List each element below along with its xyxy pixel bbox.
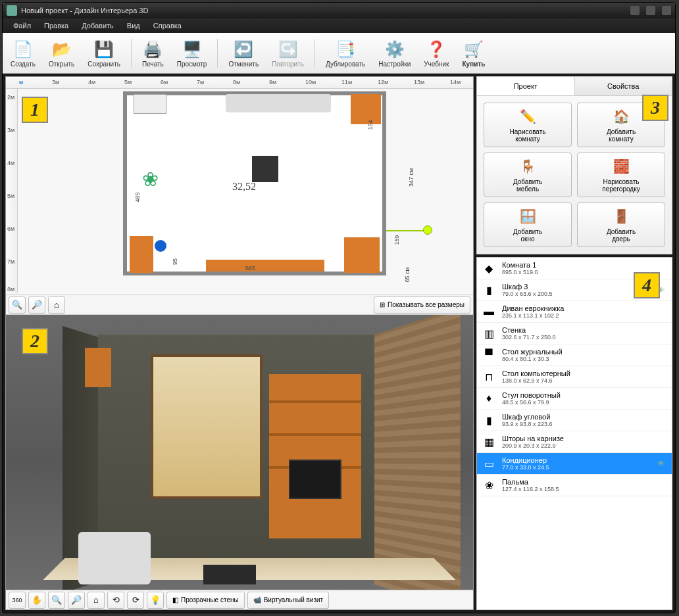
tab-properties[interactable]: Свойства	[575, 77, 672, 95]
window-icon: 🪟	[518, 207, 537, 225]
menu-view[interactable]: Вид	[120, 20, 147, 32]
object-dimensions: 127.4 x 116.2 x 158.5	[502, 486, 657, 492]
add-window-button[interactable]: 🪟Добавить окно	[484, 202, 572, 247]
undo-button[interactable]: ↩️Отменить	[223, 37, 264, 69]
room-outline[interactable]: 582 32,52 ❀ 489 665 95 1	[123, 91, 386, 275]
rotate-360-button[interactable]: 360	[9, 592, 26, 609]
settings-button[interactable]: ⚙️Настройки	[373, 37, 416, 69]
save-button[interactable]: 💾Сохранить	[82, 37, 126, 69]
light-button[interactable]: 💡	[147, 592, 164, 609]
list-item[interactable]: ▬Диван еврокнижка235.1 x 113.1 x 102.2	[477, 301, 672, 323]
redo-button[interactable]: ↪️Повторить	[266, 37, 309, 69]
dimension-bl: 95	[172, 258, 178, 265]
zoom-in-button[interactable]: 🔎	[28, 296, 45, 314]
list-item[interactable]: ♦Стул поворотный48.5 x 56.6 x 79.9	[477, 388, 672, 410]
object-dimensions: 200.9 x 20.3 x 222.9	[502, 442, 657, 449]
furniture-desk[interactable]	[130, 236, 153, 273]
object-icon: ◆	[481, 260, 497, 276]
object-icon: ❀	[481, 477, 497, 493]
printer-icon: 🖨️	[142, 39, 163, 60]
tab-project[interactable]: Проект	[477, 77, 575, 95]
open-button[interactable]: 📂Открыть	[43, 37, 80, 69]
duplicate-icon: 📑	[335, 39, 356, 60]
show-dimensions-button[interactable]: ⊞Показывать все размеры	[374, 296, 470, 314]
close-button[interactable]	[662, 6, 671, 15]
maximize-button[interactable]	[646, 6, 655, 15]
draw-room-button[interactable]: ✏️Нарисовать комнату	[484, 103, 572, 147]
menu-help[interactable]: Справка	[147, 20, 188, 32]
help-button[interactable]: ❓Учебник	[418, 37, 454, 69]
furniture-table[interactable]	[252, 156, 278, 182]
callout-1: 1	[22, 97, 48, 123]
object-name: Шторы на карнизе	[502, 435, 657, 442]
room-icon: 🏠	[612, 107, 630, 126]
ruler-icon: ⊞	[380, 301, 385, 308]
object-icon: ▀	[481, 347, 497, 363]
object-name: Кондиционер	[502, 456, 657, 464]
object-dimensions: 80.4 x 80.1 x 30.3	[502, 356, 657, 362]
virtual-tour-button[interactable]: 📹Виртуальный визит	[247, 592, 330, 609]
preview-button[interactable]: 🖥️Просмотр	[172, 37, 213, 69]
canvas-2d[interactable]: 582 32,52 ❀ 489 665 95 1	[18, 89, 473, 293]
home-3d-button[interactable]: ⌂	[88, 592, 105, 609]
draw-wall-button[interactable]: 🧱Нарисовать перегородку	[577, 153, 665, 197]
shelf-3d	[269, 374, 361, 538]
object-name: Стол журнальный	[502, 348, 657, 356]
furniture-wardrobe[interactable]	[351, 94, 381, 124]
print-button[interactable]: 🖨️Печать	[137, 37, 169, 69]
list-item[interactable]: ❀Пальма127.4 x 116.2 x 158.5	[477, 475, 672, 496]
object-dimensions: 48.5 x 56.6 x 79.9	[502, 399, 657, 406]
list-item[interactable]: ▦Шторы на карнизе200.9 x 20.3 x 222.9	[477, 431, 672, 453]
pan-button[interactable]: ✋	[28, 592, 45, 609]
object-list[interactable]: 4 ◆Комната 1695.0 x 519.0▮Шкаф 379.0 x 6…	[476, 257, 672, 610]
add-door-button[interactable]: 🚪Добавить дверь	[577, 202, 665, 247]
object-icon: ▥	[481, 325, 497, 341]
minimize-button[interactable]	[630, 6, 640, 15]
selection-marker	[386, 230, 426, 231]
create-button[interactable]: 📄Создать	[5, 37, 41, 69]
tv-3d	[289, 460, 341, 499]
zoom-out-3d-button[interactable]: 🔍	[48, 592, 65, 609]
menu-edit[interactable]: Правка	[38, 20, 75, 32]
selection-handle[interactable]	[423, 225, 432, 235]
zoom-out-button[interactable]: 🔍	[9, 296, 26, 314]
buy-button[interactable]: 🛒Купить	[457, 37, 491, 69]
rotate-right-button[interactable]: ⟳	[127, 592, 144, 609]
tabs: Проект Свойства	[476, 76, 672, 96]
dimension-br: 65 см	[404, 267, 411, 282]
plan-view[interactable]: 1 м 3м 4м 5м 6м 7м 8м 9м 10м 11м 12м 13м…	[6, 77, 473, 315]
new-file-icon: 📄	[13, 39, 34, 60]
duplicate-button[interactable]: 📑Дублировать	[320, 37, 370, 69]
furniture-corner[interactable]	[344, 237, 380, 273]
furniture-wall-unit[interactable]	[206, 260, 324, 272]
view-3d[interactable]: 2 3	[6, 315, 473, 609]
menu-file[interactable]: Файл	[7, 20, 38, 32]
object-dimensions: 235.1 x 113.1 x 102.2	[502, 312, 657, 319]
cart-icon: 🛒	[463, 39, 484, 60]
home-button[interactable]: ⌂	[48, 296, 65, 314]
visibility-icon[interactable]: 👁	[657, 460, 668, 467]
dimension-bottom: 665	[245, 265, 255, 272]
rotate-left-button[interactable]: ⟲	[107, 592, 124, 609]
list-item[interactable]: ▮Шкаф угловой93.9 x 93.8 x 223.6	[477, 410, 672, 431]
list-item[interactable]: ▀Стол журнальный80.4 x 80.1 x 30.3	[477, 344, 672, 366]
list-item[interactable]: ▭Кондиционер77.0 x 33.0 x 24.5👁	[477, 453, 672, 475]
list-item[interactable]: ⊓Стол компьютерный138.0 x 62.9 x 74.6	[477, 366, 672, 388]
add-furniture-button[interactable]: 🪑Добавить мебель	[484, 153, 572, 197]
zoom-in-3d-button[interactable]: 🔎	[68, 592, 85, 609]
object-icon: ♦	[481, 391, 497, 406]
undo-icon: ↩️	[233, 39, 254, 60]
transparent-walls-button[interactable]: ◧Прозрачные стены	[166, 592, 245, 609]
furniture-ac[interactable]	[134, 94, 166, 114]
object-dimensions: 302.6 x 71.7 x 250.0	[502, 334, 657, 341]
object-name: Стенка	[502, 326, 657, 334]
list-item[interactable]: ▥Стенка302.6 x 71.7 x 250.0	[477, 323, 672, 344]
menu-add[interactable]: Добавить	[75, 20, 120, 32]
scene-3d[interactable]	[6, 315, 473, 609]
object-icon: ⊓	[481, 369, 497, 385]
furniture-sofa[interactable]	[226, 94, 331, 112]
furniture-chair[interactable]	[155, 240, 166, 252]
dimension-right: 159	[393, 235, 400, 245]
table-3d	[203, 565, 256, 584]
camera-icon: 📹	[253, 596, 261, 604]
